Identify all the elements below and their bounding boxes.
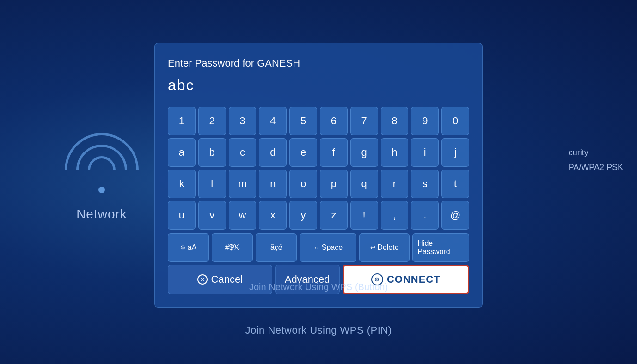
key-delete[interactable]: ↩ Delete	[359, 233, 410, 262]
key-c[interactable]: c	[229, 138, 257, 167]
key-accents[interactable]: ãçé	[256, 233, 297, 262]
key-y[interactable]: y	[289, 201, 317, 230]
keyboard-row-uz: u v w x y z ! , . @	[168, 201, 469, 230]
key-m[interactable]: m	[229, 170, 257, 198]
key-3[interactable]: 3	[229, 107, 257, 135]
key-4[interactable]: 4	[259, 107, 287, 135]
key-2[interactable]: 2	[198, 107, 226, 135]
keyboard-row-numbers: 1 2 3 4 5 6 7 8 9 0	[168, 107, 469, 135]
password-value: abc	[168, 77, 469, 94]
password-input-row[interactable]: abc	[168, 77, 469, 97]
security-value: PA/WPA2 PSK	[569, 160, 623, 175]
key-v[interactable]: v	[198, 201, 226, 230]
key-h[interactable]: h	[381, 138, 409, 167]
dialog-title: Enter Password for GANESH	[168, 57, 469, 69]
key-o[interactable]: o	[289, 170, 317, 198]
key-e[interactable]: e	[289, 138, 317, 167]
wps-pin-text[interactable]: Join Network Using WPS (PIN)	[245, 324, 392, 336]
key-z[interactable]: z	[320, 201, 348, 230]
right-info-panel: curity PA/WPA2 PSK	[569, 145, 623, 175]
key-x[interactable]: x	[259, 201, 287, 230]
key-d[interactable]: d	[259, 138, 287, 167]
key-p[interactable]: p	[320, 170, 348, 198]
key-5[interactable]: 5	[289, 107, 317, 135]
key-hide-password[interactable]: Hide Password	[412, 233, 469, 262]
key-t[interactable]: t	[441, 170, 469, 198]
wifi-icon	[65, 142, 139, 198]
key-l[interactable]: l	[198, 170, 226, 198]
key-w[interactable]: w	[229, 201, 257, 230]
connect-label: CONNECT	[387, 273, 441, 285]
key-r[interactable]: r	[381, 170, 409, 198]
key-1[interactable]: 1	[168, 107, 196, 135]
keyboard-row-special: ⊜ aA #$% ãçé ↔ Space ↩ Delete Hide Passw…	[168, 233, 469, 262]
key-u[interactable]: u	[168, 201, 196, 230]
key-aa[interactable]: ⊜ aA	[168, 233, 209, 262]
keyboard: 1 2 3 4 5 6 7 8 9 0 a b c d e f g h i j …	[168, 107, 469, 262]
key-6[interactable]: 6	[320, 107, 348, 135]
key-symbols[interactable]: #$%	[212, 233, 253, 262]
key-comma[interactable]: ,	[381, 201, 409, 230]
key-g[interactable]: g	[350, 138, 378, 167]
key-j[interactable]: j	[441, 138, 469, 167]
network-label: Network	[76, 207, 127, 222]
key-q[interactable]: q	[350, 170, 378, 198]
key-period[interactable]: .	[411, 201, 439, 230]
key-8[interactable]: 8	[381, 107, 409, 135]
key-i[interactable]: i	[411, 138, 439, 167]
key-9[interactable]: 9	[411, 107, 439, 135]
key-n[interactable]: n	[259, 170, 287, 198]
security-label: curity	[569, 145, 623, 160]
key-at[interactable]: @	[441, 201, 469, 230]
keyboard-row-kt: k l m n o p q r s t	[168, 170, 469, 198]
key-exclamation[interactable]: !	[350, 201, 378, 230]
wps-button-text[interactable]: Join Network Using WPS (Button)	[249, 282, 388, 292]
key-0[interactable]: 0	[441, 107, 469, 135]
key-f[interactable]: f	[320, 138, 348, 167]
wifi-section: Network	[65, 142, 139, 222]
password-dialog: Enter Password for GANESH abc 1 2 3 4 5 …	[154, 43, 483, 308]
key-s[interactable]: s	[411, 170, 439, 198]
key-space[interactable]: ↔ Space	[300, 233, 356, 262]
key-b[interactable]: b	[198, 138, 226, 167]
keyboard-row-aj: a b c d e f g h i j	[168, 138, 469, 167]
cancel-icon: ✕	[197, 274, 208, 285]
key-a[interactable]: a	[168, 138, 196, 167]
key-k[interactable]: k	[168, 170, 196, 198]
cancel-label: Cancel	[211, 273, 243, 285]
key-7[interactable]: 7	[350, 107, 378, 135]
